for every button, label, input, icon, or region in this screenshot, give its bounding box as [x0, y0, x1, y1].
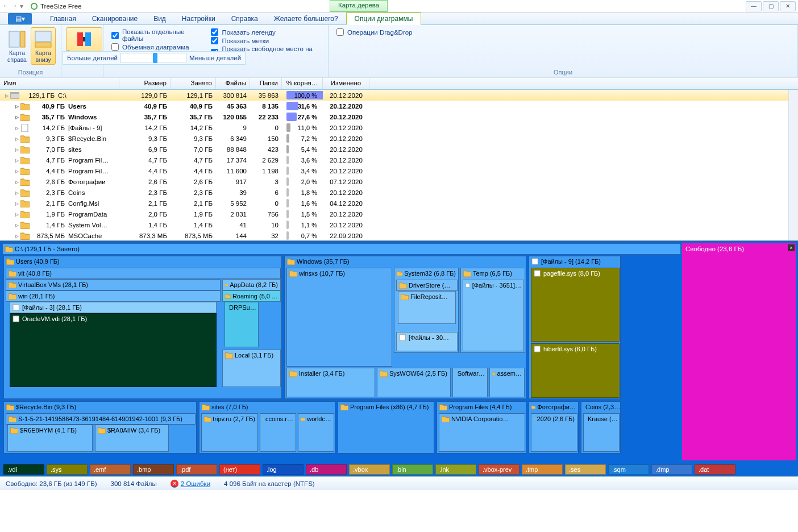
expander-icon[interactable]: ▹ — [14, 124, 20, 132]
nav-back-icon[interactable]: ← — [2, 2, 9, 10]
menu-item-1[interactable]: Сканирование — [84, 13, 146, 24]
tree-row[interactable]: ▹2,6 ГБФотографии2,6 ГБ2,6 ГБ91732,0 %07… — [0, 176, 798, 187]
tm-local[interactable]: Local (3,1 ГБ) — [235, 352, 273, 359]
tree-row[interactable]: ▹2,3 ГБCoins2,3 ГБ2,3 ГБ3961,8 %20.12.20… — [0, 187, 798, 198]
treemap-free-space[interactable]: × Свободно (23,6 ГБ) — [682, 243, 796, 460]
tree-row[interactable]: ▹7,0 ГБsites6,9 ГБ7,0 ГБ88 8484235,4 %20… — [0, 144, 798, 155]
expander-icon[interactable]: ▹ — [14, 113, 20, 121]
maximize-button[interactable]: ▢ — [763, 1, 779, 11]
treemap-root-label[interactable]: C:\ (129,1 ГБ - Занято) — [15, 246, 80, 252]
expander-icon[interactable]: ▹ — [14, 200, 20, 207]
ext-chip[interactable]: .emf — [90, 464, 131, 475]
ext-chip[interactable]: .vbox-prev — [479, 464, 519, 475]
nav-dropdown-icon[interactable]: ▾ — [20, 2, 23, 10]
tm-tripv[interactable]: tripv.ru (2,7 ГБ) — [213, 415, 255, 422]
col-header-files[interactable]: Файлы — [216, 78, 250, 89]
expander-icon[interactable]: ▹ — [14, 146, 20, 153]
tree-row[interactable]: ▹4,4 ГБProgram Fil…4,4 ГБ4,4 ГБ11 6001 1… — [0, 165, 798, 176]
expander-icon[interactable]: ▹ — [3, 92, 10, 99]
tm-coins[interactable]: Coins (2,3… — [585, 404, 620, 410]
tm-users[interactable]: Users (40,9 ГБ) — [16, 258, 60, 265]
tm-files3[interactable]: [Файлы - 3] (28,1 ГБ) — [22, 304, 82, 311]
menu-item-2[interactable]: Вид — [146, 13, 174, 24]
menu-item-0[interactable]: Главная — [42, 13, 84, 24]
expander-icon[interactable]: ▹ — [14, 102, 20, 110]
tm-roaming[interactable]: Roaming (5,0 … — [232, 293, 278, 300]
tree-row[interactable]: ▹1,4 ГБSystem Vol…1,4 ГБ1,4 ГБ41101,1 %2… — [0, 219, 798, 230]
tm-hiberfil[interactable]: hiberfil.sys (6,0 ГБ) — [543, 346, 597, 352]
tm-sr6[interactable]: $R6E8HYM (4,1 ГБ) — [20, 427, 77, 434]
tree-row[interactable]: ▹129,1 ГБC:\129,0 ГБ129,1 ГБ300 81435 86… — [0, 90, 798, 101]
tm-windows[interactable]: Windows (35,7 ГБ) — [297, 258, 350, 265]
ext-chip[interactable]: .bin — [392, 464, 433, 475]
tm-system32[interactable]: System32 (6,8 ГБ) — [404, 270, 456, 277]
checkbox[interactable] — [211, 28, 218, 36]
tree-row[interactable]: ▹873,5 МБMSOCache873,3 МБ873,5 МБ144320,… — [0, 230, 798, 241]
menu-item-4[interactable]: Справка — [223, 13, 266, 24]
expander-icon[interactable]: ▹ — [14, 135, 20, 143]
tm-appdata[interactable]: AppData (8,2 ГБ) — [230, 281, 278, 288]
tm-photos[interactable]: Фотографи… — [537, 404, 576, 410]
tm-softwar[interactable]: Softwar… — [458, 370, 485, 377]
check-left-0[interactable]: Показать отдельные файлы — [111, 28, 201, 42]
menu-item-6[interactable]: Опции диаграммы — [346, 13, 422, 25]
tm-vit[interactable]: vit (40,8 ГБ) — [18, 270, 52, 277]
tree-row[interactable]: ▹40,9 ГБUsers40,9 ГБ40,9 ГБ45 3638 13531… — [0, 101, 798, 111]
ext-chip[interactable]: .db — [306, 464, 347, 475]
tm-winsxs[interactable]: winsxs (10,7 ГБ) — [299, 270, 345, 277]
tm-assem[interactable]: assem… — [497, 370, 522, 377]
tree-grid[interactable]: ▹129,1 ГБC:\129,0 ГБ129,1 ГБ300 81435 86… — [0, 90, 798, 241]
check-left-1[interactable]: Объемная диаграмма — [111, 43, 201, 51]
tm-pf[interactable]: Program Files (4,4 ГБ) — [449, 404, 512, 410]
tm-recycle[interactable]: $Recycle.Bin (9,3 ГБ) — [16, 404, 76, 410]
expander-icon[interactable]: ▹ — [14, 232, 20, 240]
tm-syswow64[interactable]: SysWOW64 (2,5 ГБ) — [389, 370, 447, 377]
ext-chip[interactable]: .vdi — [3, 464, 44, 475]
map-below-button[interactable]: Картавнизу — [31, 27, 56, 65]
checkbox-dragdrop[interactable] — [336, 28, 344, 36]
ext-chip[interactable]: .ses — [565, 464, 606, 475]
expander-icon[interactable]: ▹ — [14, 156, 20, 164]
col-header-used[interactable]: Занято — [171, 78, 216, 89]
ext-chip[interactable]: .dmp — [651, 464, 692, 475]
tm-sra0[interactable]: $RA0AIIW (3,4 ГБ) — [107, 427, 160, 434]
tm-pagefile[interactable]: pagefile.sys (8,0 ГБ) — [543, 270, 600, 277]
ext-chip[interactable]: .log — [263, 464, 304, 475]
file-menu-button[interactable]: ▤▾ — [8, 13, 32, 24]
tm-sites[interactable]: sites (7,0 ГБ) — [211, 404, 248, 410]
map-right-button[interactable]: Картасправа — [5, 27, 30, 65]
tm-pf86[interactable]: Program Files (x86) (4,7 ГБ) — [350, 404, 429, 410]
checkbox[interactable] — [111, 43, 119, 51]
tm-vboxvms[interactable]: VirtualBox VMs (28,1 ГБ) — [18, 281, 88, 288]
ext-chip[interactable]: .sys — [47, 464, 88, 475]
ext-chip[interactable]: .pdf — [176, 464, 217, 475]
minimize-button[interactable]: — — [746, 1, 762, 11]
ext-chip[interactable]: .vbox — [349, 464, 390, 475]
checkbox[interactable] — [111, 32, 119, 39]
tm-temp[interactable]: Temp (6,5 ГБ) — [473, 270, 512, 277]
tree-row[interactable]: ▹4,7 ГБProgram Fil…4,7 ГБ4,7 ГБ17 3742 6… — [0, 155, 798, 165]
tm-oraclevm[interactable]: OracleVM.vdi (28,1 ГБ) — [22, 315, 87, 322]
ext-chip[interactable]: .dat — [695, 464, 735, 475]
checkbox[interactable] — [211, 37, 218, 44]
ext-chip[interactable]: .tmp — [522, 464, 563, 475]
menu-item-3[interactable]: Настройки — [174, 13, 223, 24]
tm-win[interactable]: win (28,1 ГБ) — [18, 293, 55, 300]
expander-icon[interactable]: ▹ — [14, 189, 20, 197]
tree-row[interactable]: ▹1,9 ГБProgramData2,0 ГБ1,9 ГБ2 8317561,… — [0, 209, 798, 219]
close-free-panel-icon[interactable]: × — [788, 244, 795, 251]
tm-installer[interactable]: Installer (3,4 ГБ) — [299, 370, 344, 377]
ext-chip[interactable]: .bmp — [133, 464, 174, 475]
status-errors-link[interactable]: ✕2 Ошибки — [171, 480, 210, 488]
context-tab-treemap[interactable]: Карта дерева — [330, 0, 388, 12]
menu-item-5[interactable]: Желаете большего? — [266, 13, 346, 24]
check-right-1[interactable]: Показать метки — [211, 37, 323, 44]
tree-row[interactable]: ▹2,1 ГБConfig.Msi2,1 ГБ2,1 ГБ5 95201,6 %… — [0, 198, 798, 209]
tree-row[interactable]: ▹9,3 ГБ$Recycle.Bin9,3 ГБ9,3 ГБ6 3491507… — [0, 133, 798, 144]
vertical-scrollbar[interactable] — [788, 90, 798, 240]
ext-chip[interactable]: .lnk — [435, 464, 476, 475]
expander-icon[interactable]: ▹ — [14, 210, 20, 218]
tm-ccoins[interactable]: ccoins.r… — [265, 415, 293, 422]
check-right-0[interactable]: Показать легенду — [211, 28, 323, 36]
detail-slider[interactable] — [120, 53, 186, 63]
